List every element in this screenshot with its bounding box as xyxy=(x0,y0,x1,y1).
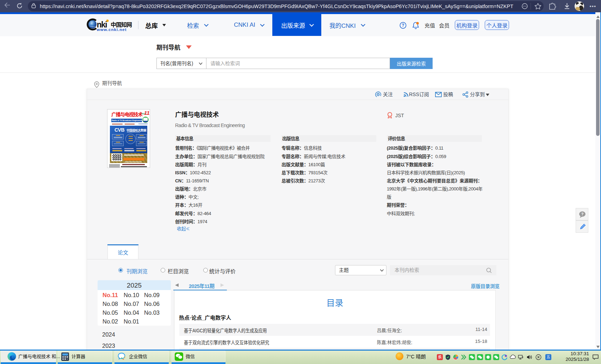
svg-text:?: ? xyxy=(402,23,404,28)
svg-text:?: ? xyxy=(581,212,584,216)
svg-text:中国知网: 中国知网 xyxy=(111,21,132,28)
svg-text:www.cnki.net: www.cnki.net xyxy=(97,27,127,32)
